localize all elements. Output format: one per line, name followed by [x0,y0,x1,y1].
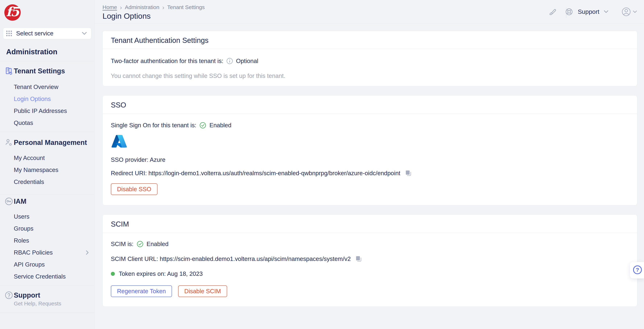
sidebar-group-title: IAM [14,198,26,205]
sidebar-support-subtitle: Get Help, Requests [0,301,94,306]
sidebar-item-login-options[interactable]: Login Options [0,93,94,105]
grid-icon [6,30,12,37]
sidebar-item-roles[interactable]: Roles [0,235,94,247]
f5-logo-text: f5 [6,6,18,18]
sidebar-group-tenant-settings-header[interactable]: Tenant Settings [0,66,94,76]
sidebar: f5 Select service Administration [0,0,94,329]
sidebar-item-credentials[interactable]: Credentials [0,176,94,188]
sidebar-item-groups[interactable]: Groups [0,223,94,235]
info-icon[interactable] [226,58,233,65]
support-menu-label: Support [578,8,599,15]
breadcrumb-administration[interactable]: Administration [125,4,159,10]
breadcrumb-separator-icon: › [120,5,122,10]
two-factor-label: Two-factor authentication for this tenan… [111,58,223,65]
sidebar-item-label: RBAC Policies [14,249,86,256]
regenerate-token-button[interactable]: Regenerate Token [111,285,172,297]
disable-scim-button[interactable]: Disable SCIM [178,285,227,297]
sso-provider-line: SSO provider: Azure [111,156,629,164]
tenant-authentication-settings-card: Tenant Authentication Settings Two-facto… [102,31,637,86]
token-expiry-line: Token expires on: Aug 18, 2023 [111,270,629,278]
sidebar-group-title: Tenant Settings [14,67,65,75]
scim-actions: Regenerate Token Disable SCIM [111,285,629,297]
sidebar-group-items: Users Groups Roles RBAC Policies API Gro… [0,211,94,282]
main-area: Home › Administration › Tenant Settings … [94,0,644,329]
chevron-down-icon [82,32,87,35]
sso-redirect-line: Redirect URI: https://login-demo1.volter… [111,169,629,177]
sidebar-support[interactable]: Support Get Help, Requests [0,286,94,312]
card-title: SSO [111,101,126,109]
card-header: Tenant Authentication Settings [103,31,637,49]
breadcrumb: Home › Administration › Tenant Settings [102,4,644,11]
breadcrumb-tenant-settings[interactable]: Tenant Settings [167,4,205,10]
two-factor-value: Optional [236,58,258,65]
select-service-label: Select service [16,30,82,37]
customize-button[interactable] [548,0,556,24]
page-header: Home › Administration › Tenant Settings … [94,0,644,24]
sidebar-support-header[interactable]: Support [0,290,94,300]
scim-status-line: SCIM is: Enabled [111,240,629,248]
disable-sso-button[interactable]: Disable SSO [111,183,158,195]
scim-status-label: SCIM is: [111,241,134,247]
card-title: SCIM [111,220,129,228]
sidebar-item-service-credentials[interactable]: Service Credentials [0,270,94,282]
sidebar-item-my-account[interactable]: My Account [0,152,94,164]
card-body: Single Sign On for this tenant is: Enabl… [103,114,637,205]
avatar-icon [622,7,631,17]
scim-client-url: SCIM Client URL: https://scim-enabled.de… [111,255,351,262]
sso-redirect-uri: Redirect URI: https://login-demo1.volter… [111,170,400,177]
sidebar-group-personal-management-header[interactable]: Personal Management [0,137,94,148]
brush-icon [548,8,556,16]
sidebar-item-quotas[interactable]: Quotas [0,117,94,129]
sidebar-item-public-ip-addresses[interactable]: Public IP Addresses [0,105,94,117]
select-service-dropdown[interactable]: Select service [3,28,92,39]
token-expiry-text: Token expires on: Aug 18, 2023 [119,270,203,277]
sidebar-group-title: Personal Management [14,139,87,147]
f5-logo[interactable]: f5 [4,4,21,21]
person-gear-icon [5,138,14,147]
card-title: Tenant Authentication Settings [111,36,208,44]
help-fab[interactable]: ? [630,262,644,278]
breadcrumb-separator-icon: › [162,5,164,10]
card-header: SSO [103,96,637,114]
chevron-down-icon [633,10,637,13]
status-dot-icon [111,272,115,276]
sidebar-item-my-namespaces[interactable]: My Namespaces [0,164,94,176]
card-body: SCIM is: Enabled SCIM Client URL: https:… [103,233,637,306]
card-header: SCIM [103,215,637,233]
key-icon [5,197,14,206]
sidebar-support-title: Support [14,291,40,299]
sso-status-label: Single Sign On for this tenant is: [111,122,196,129]
copy-icon[interactable] [405,170,412,176]
sso-card: SSO Single Sign On for this tenant is: E… [102,95,637,205]
sso-status-value: Enabled [209,122,231,129]
sidebar-item-users[interactable]: Users [0,211,94,223]
sidebar-group-personal-management: Personal Management My Account My Namesp… [0,132,94,194]
sso-status-line: Single Sign On for this tenant is: Enabl… [111,121,629,129]
two-factor-note: You cannot change this setting while SSO… [111,72,629,80]
azure-logo [111,134,128,149]
breadcrumb-home[interactable]: Home [102,4,117,10]
sidebar-group-tenant-settings: Tenant Settings Tenant Overview Login Op… [0,61,94,132]
sso-actions: Disable SSO [111,183,629,195]
scim-client-url-line: SCIM Client URL: https://scim-enabled.de… [111,255,629,263]
card-body: Two-factor authentication for this tenan… [103,49,637,86]
copy-icon[interactable] [356,256,362,262]
page-content: Tenant Authentication Settings Two-facto… [94,24,644,307]
sidebar-group-iam-header[interactable]: IAM [0,196,94,206]
sidebar-item-rbac-policies[interactable]: RBAC Policies [0,247,94,258]
sidebar-item-tenant-overview[interactable]: Tenant Overview [0,81,94,93]
account-menu[interactable] [622,0,637,24]
sidebar-item-api-groups[interactable]: API Groups [0,258,94,270]
lifebuoy-icon [565,8,573,16]
check-circle-icon [136,240,144,248]
page-title: Login Options [102,12,644,21]
divider [0,312,94,313]
two-factor-status-line: Two-factor authentication for this tenan… [111,57,629,65]
help-question-icon: ? [633,265,642,274]
chevron-right-icon [86,250,89,255]
support-menu[interactable]: Support [565,0,608,24]
question-circle-icon [5,291,14,299]
building-gear-icon [5,67,14,75]
scim-card: SCIM SCIM is: Enabled SCIM Client URL: h… [102,214,637,307]
sidebar-group-items: My Account My Namespaces Credentials [0,152,94,188]
